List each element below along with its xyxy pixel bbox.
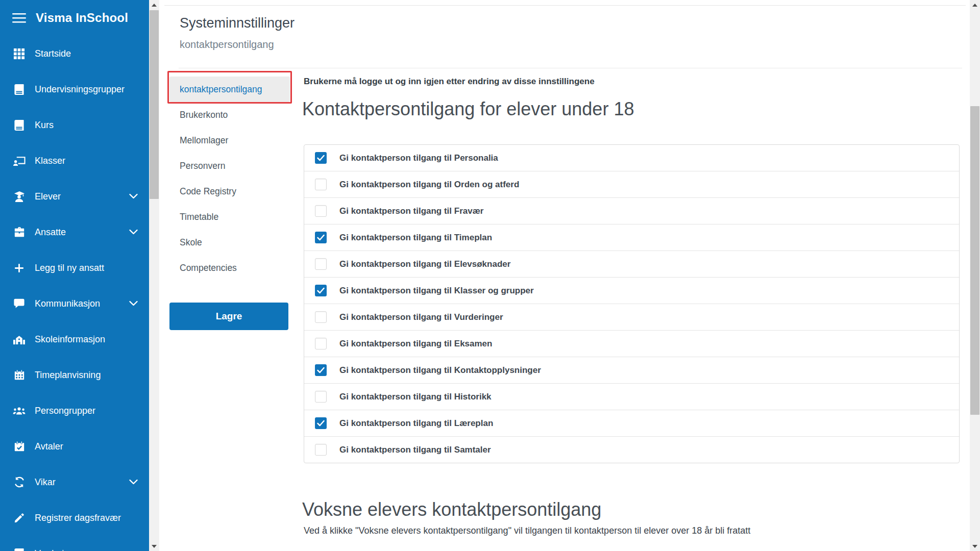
checkbox-row: Gi kontaktperson tilgang til Timeplan — [304, 224, 959, 251]
section2-description: Ved å klikke "Voksne elevers kontaktpers… — [304, 525, 750, 536]
checkbox-checked[interactable] — [315, 152, 327, 164]
settings-nav-item-timetable[interactable]: Timetable — [169, 204, 290, 230]
checkbox-row: Gi kontaktperson tilgang til Fravær — [304, 197, 959, 224]
checkbox-label: Gi kontaktperson tilgang til Historikk — [339, 392, 492, 402]
top-divider — [164, 5, 966, 6]
sidebar-item-label: Timeplanvisning — [35, 370, 101, 381]
page-scrollbar[interactable] — [970, 0, 980, 551]
sidebar-scrollbar-thumb[interactable] — [150, 10, 159, 199]
sidebar-item-registrer-dagsfrav-r[interactable]: Registrer dagsfravær — [0, 500, 149, 536]
app-title: Visma InSchool — [36, 11, 128, 25]
settings-nav-item-code-registry[interactable]: Code Registry — [169, 179, 290, 204]
sidebar-item-klasser[interactable]: Klasser — [0, 143, 149, 179]
settings-nav-item-brukerkonto[interactable]: Brukerkonto — [169, 102, 290, 128]
sidebar-item-label: Undervisningsgrupper — [35, 84, 125, 95]
sidebar: Visma InSchool StartsideUndervisningsgru… — [0, 0, 149, 551]
page-subtitle: kontaktpersontilgang — [180, 39, 274, 51]
chevron-down-icon — [129, 480, 138, 485]
checkbox-unchecked[interactable] — [315, 205, 327, 217]
checkbox-unchecked[interactable] — [315, 444, 327, 456]
sidebar-item-timeplanvisning[interactable]: Timeplanvisning — [0, 357, 149, 393]
checkbox-row: Gi kontaktperson tilgang til Eksamen — [304, 330, 959, 357]
section1-heading: Kontaktpersontilgang for elever under 18 — [302, 98, 634, 120]
section2-heading: Voksne elevers kontaktpersontilgang — [302, 499, 601, 520]
settings-nav: kontaktpersontilgangBrukerkontoMellomlag… — [169, 77, 290, 281]
sidebar-item-vurdering[interactable]: Vurdering — [0, 536, 149, 551]
checkbox-label: Gi kontaktperson tilgang til Vurderinger — [339, 312, 503, 322]
checkbox-checked[interactable] — [315, 417, 327, 429]
checkbox-row: Gi kontaktperson tilgang til Kontaktoppl… — [304, 357, 959, 383]
scroll-up-button[interactable] — [149, 0, 159, 10]
checkbox-label: Gi kontaktperson tilgang til Samtaler — [339, 445, 491, 455]
sidebar-item-label: Legg til ny ansatt — [35, 263, 104, 273]
sidebar-item-startside[interactable]: Startside — [0, 36, 149, 71]
sidebar-item-label: Vikar — [35, 477, 56, 488]
settings-nav-item-competencies[interactable]: Competencies — [169, 255, 290, 281]
checkbox-unchecked[interactable] — [315, 338, 327, 349]
sync-icon — [12, 477, 26, 488]
checkbox-label: Gi kontaktperson tilgang til Personalia — [339, 153, 498, 163]
sidebar-item-label: Skoleinformasjon — [35, 334, 105, 345]
sidebar-item-label: Startside — [35, 48, 71, 59]
checkbox-list: Gi kontaktperson tilgang til PersonaliaG… — [304, 144, 960, 463]
sidebar-item-elever[interactable]: Elever — [0, 179, 149, 214]
checkbox-unchecked[interactable] — [315, 311, 327, 323]
checkbox-unchecked[interactable] — [315, 179, 327, 190]
chevron-down-icon — [129, 194, 138, 199]
settings-nav-item-personvern[interactable]: Personvern — [169, 153, 290, 179]
sidebar-scrollbar[interactable] — [149, 0, 159, 551]
save-button[interactable]: Lagre — [169, 303, 288, 330]
people-icon — [12, 405, 26, 416]
settings-nav-item-skole[interactable]: Skole — [169, 230, 290, 255]
sidebar-item-label: Ansatte — [35, 227, 66, 238]
sidebar-item-kurs[interactable]: Kurs — [0, 107, 149, 143]
checkbox-label: Gi kontaktperson tilgang til Fravær — [339, 206, 483, 216]
checkbox-label: Gi kontaktperson tilgang til Elevsøknade… — [339, 259, 510, 269]
grid-icon — [12, 48, 26, 60]
book-icon — [12, 119, 26, 131]
checkbox-checked[interactable] — [315, 232, 327, 243]
checkbox-unchecked[interactable] — [315, 258, 327, 270]
header-divider — [179, 68, 962, 68]
scroll-up-button[interactable] — [970, 0, 980, 10]
checkbox-row: Gi kontaktperson tilgang til Elevsøknade… — [304, 251, 959, 277]
triangle-down-icon — [152, 545, 157, 548]
sidebar-item-undervisningsgrupper[interactable]: Undervisningsgrupper — [0, 71, 149, 107]
app-root: Visma InSchool StartsideUndervisningsgru… — [0, 0, 980, 551]
presentation-icon — [12, 155, 26, 167]
sidebar-header: Visma InSchool — [0, 0, 149, 36]
sidebar-item-kommunikasjon[interactable]: Kommunikasjon — [0, 286, 149, 321]
school-icon — [12, 334, 26, 345]
sidebar-item-vikar[interactable]: Vikar — [0, 464, 149, 500]
plus-icon — [12, 263, 26, 273]
page-scrollbar-thumb[interactable] — [970, 106, 979, 415]
checkbox-row: Gi kontaktperson tilgang til Personalia — [304, 145, 959, 171]
triangle-up-icon — [972, 4, 977, 7]
scroll-down-button[interactable] — [970, 541, 980, 551]
notice-text: Brukerne må logge ut og inn igjen etter … — [304, 77, 595, 87]
checkbox-label: Gi kontaktperson tilgang til Orden og at… — [339, 180, 519, 190]
sidebar-item-label: Kurs — [35, 120, 54, 131]
sidebar-item-label: Registrer dagsfravær — [35, 513, 121, 523]
sidebar-item-skoleinformasjon[interactable]: Skoleinformasjon — [0, 321, 149, 357]
sidebar-item-legg-til-ny-ansatt[interactable]: Legg til ny ansatt — [0, 250, 149, 286]
pencil-icon — [12, 513, 26, 523]
main-content: Systeminnstillinger kontaktpersontilgang… — [159, 0, 970, 551]
student-icon — [12, 191, 26, 203]
hamburger-menu-icon[interactable] — [12, 13, 26, 23]
checkbox-checked[interactable] — [315, 285, 327, 296]
checkbox-row: Gi kontaktperson tilgang til Historikk — [304, 383, 959, 410]
checkbox-row: Gi kontaktperson tilgang til Samtaler — [304, 436, 959, 463]
triangle-down-icon — [972, 545, 977, 548]
sidebar-item-persongrupper[interactable]: Persongrupper — [0, 393, 149, 429]
triangle-up-icon — [152, 4, 157, 7]
calendar-check-icon — [12, 441, 26, 452]
settings-nav-item-mellomlager[interactable]: Mellomlager — [169, 128, 290, 153]
checkbox-row: Gi kontaktperson tilgang til Orden og at… — [304, 171, 959, 197]
sidebar-item-ansatte[interactable]: Ansatte — [0, 214, 149, 250]
scroll-down-button[interactable] — [149, 541, 159, 551]
checkbox-unchecked[interactable] — [315, 391, 327, 403]
checkbox-checked[interactable] — [315, 364, 327, 376]
sidebar-item-avtaler[interactable]: Avtaler — [0, 429, 149, 464]
settings-nav-item-kontaktpersontilgang[interactable]: kontaktpersontilgang — [169, 77, 290, 102]
